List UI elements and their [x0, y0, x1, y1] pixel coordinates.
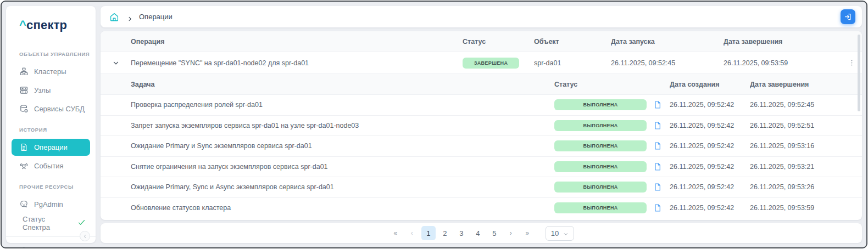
task-status-badge: ВЫПОЛНЕНА: [554, 202, 647, 213]
sidebar-item-operations[interactable]: Операции: [12, 139, 90, 156]
task-created-date: 26.11.2025, 09:52:42: [670, 142, 750, 150]
task-log-file-icon[interactable]: [653, 183, 662, 191]
pagination-next-button[interactable]: ›: [504, 226, 518, 240]
pagination-first-button[interactable]: «: [388, 226, 403, 240]
task-log-file-icon[interactable]: [653, 162, 662, 171]
sidebar-item-label: Узлы: [34, 86, 51, 94]
page-size-select[interactable]: 10: [546, 226, 574, 241]
operation-row[interactable]: Перемещение "SYNC" на spr-da01-node02 дл…: [101, 52, 862, 74]
task-log-file-icon[interactable]: [653, 203, 662, 212]
task-status-badge: ВЫПОЛНЕНА: [554, 161, 647, 172]
col-header-task-status: Статус: [554, 81, 653, 88]
sidebar-item-label: Настройки: [34, 246, 69, 248]
pagination: « ‹ 12345 › » 10: [101, 223, 862, 243]
app-logo: ^спектр: [6, 6, 96, 40]
task-row[interactable]: Обновление статусов кластера ВЫПОЛНЕНА 2…: [101, 198, 862, 219]
task-status-badge: ВЫПОЛНЕНА: [554, 99, 647, 110]
pagination-last-button[interactable]: »: [520, 226, 535, 240]
operations-icon: [19, 143, 29, 152]
check-icon: [77, 218, 86, 228]
task-name: Ожидание Primary, Sync и Async экземпляр…: [131, 183, 554, 191]
sidebar-collapse-button[interactable]: [80, 231, 90, 241]
events-icon: [19, 161, 29, 171]
section-label-history: ИСТОРИЯ: [6, 119, 96, 137]
task-row[interactable]: Проверка распределения ролей spr-da01 ВЫ…: [101, 95, 862, 116]
sidebar-item-spectr-status[interactable]: Статус Спектра: [12, 214, 90, 231]
user-icon: [19, 246, 29, 248]
sidebar-item-label: Операции: [34, 143, 68, 151]
operations-header-row: Операция Статус Объект Дата запуска Дата…: [101, 31, 862, 52]
sidebar-item-nodes[interactable]: Узлы: [12, 82, 90, 99]
task-finished-date: 26.11.2025, 09:53:21: [750, 163, 862, 171]
section-label-other-resources: ПРОЧИЕ РЕСУРСЫ: [6, 176, 96, 194]
operation-name: Перемещение "SYNC" на spr-da01-node02 дл…: [131, 59, 463, 67]
tasks-body: Проверка распределения ролей spr-da01 ВЫ…: [101, 95, 862, 218]
operation-end-date: 26.11.2025, 09:53:59: [724, 59, 841, 67]
page-size-value: 10: [551, 229, 559, 237]
breadcrumb: Операции: [101, 6, 862, 27]
operation-start-date: 26.11.2025, 09:52:45: [611, 59, 724, 67]
pagination-page-button[interactable]: 3: [454, 226, 469, 240]
chevron-down-icon[interactable]: [101, 59, 131, 67]
db-services-icon: [19, 104, 29, 114]
section-label-objects: ОБЪЕКТЫ УПРАВЛЕНИЯ: [6, 43, 96, 61]
task-finished-date: 26.11.2025, 09:53:59: [750, 204, 862, 212]
sidebar-item-db-services[interactable]: Сервисы СУБД: [12, 100, 90, 117]
task-status-badge: ВЫПОЛНЕНА: [554, 182, 647, 193]
task-status-badge: ВЫПОЛНЕНА: [554, 140, 647, 151]
home-icon[interactable]: [109, 12, 119, 22]
operations-table: Операция Статус Объект Дата запуска Дата…: [101, 31, 862, 220]
col-header-object: Объект: [534, 38, 611, 46]
task-created-date: 26.11.2025, 09:52:42: [670, 101, 750, 109]
vertical-scrollbar[interactable]: [858, 35, 860, 111]
sidebar-item-label: PgAdmin: [34, 200, 63, 208]
task-row[interactable]: Ожидание Primary и Sync экземпляров серв…: [101, 136, 862, 157]
sidebar-item-pgadmin[interactable]: PgAdmin: [12, 196, 90, 213]
col-header-operation: Операция: [131, 38, 463, 46]
pagination-page-button[interactable]: 1: [421, 226, 436, 240]
sidebar-item-label: Сервисы СУБД: [34, 105, 85, 113]
sidebar-item-settings[interactable]: Настройки: [12, 242, 90, 248]
task-name: Проверка распределения ролей spr-da01: [131, 101, 554, 109]
chevron-right-icon: [127, 14, 132, 20]
nodes-icon: [19, 86, 29, 95]
sidebar-item-clusters[interactable]: Кластеры: [12, 63, 90, 80]
clusters-icon: [19, 67, 29, 76]
breadcrumb-current: Операции: [139, 13, 173, 21]
task-status-badge: ВЫПОЛНЕНА: [554, 120, 647, 131]
task-created-date: 26.11.2025, 09:52:42: [670, 183, 750, 191]
task-name: Ожидание Primary и Sync экземпляров серв…: [131, 142, 554, 150]
pagination-prev-button[interactable]: ‹: [405, 226, 419, 240]
col-header-end-date: Дата завершения: [724, 38, 841, 46]
task-row[interactable]: Ожидание Primary, Sync и Async экземпляр…: [101, 177, 862, 198]
pagination-pages: 12345: [421, 226, 502, 240]
task-log-file-icon[interactable]: [653, 100, 662, 109]
sidebar-item-label: Статус Спектра: [23, 215, 69, 231]
pagination-page-button[interactable]: 2: [438, 226, 452, 240]
task-log-file-icon[interactable]: [653, 121, 662, 130]
operation-object: spr-da01: [534, 59, 611, 67]
logout-button[interactable]: [841, 9, 855, 24]
logo-caret: ^: [19, 18, 26, 32]
sidebar-item-label: Кластеры: [34, 67, 66, 76]
sidebar-nav: ОБЪЕКТЫ УПРАВЛЕНИЯ Кластеры Узлы Сервисы…: [6, 40, 96, 236]
task-finished-date: 26.11.2025, 09:53:26: [750, 183, 862, 191]
sidebar-item-events[interactable]: События: [12, 157, 90, 174]
task-name: Снятие ограничения на запуск экземпляров…: [131, 163, 554, 171]
task-created-date: 26.11.2025, 09:52:42: [670, 122, 750, 129]
task-finished-date: 26.11.2025, 09:52:45: [750, 101, 862, 109]
col-header-created-date: Дата создания: [670, 81, 750, 88]
task-row[interactable]: Запрет запуска экземпляров сервиса spr-d…: [101, 116, 862, 137]
task-log-file-icon[interactable]: [653, 142, 662, 150]
logo-text: спектр: [26, 18, 67, 32]
task-finished-date: 26.11.2025, 09:53:16: [750, 142, 862, 150]
main-area: Операции Операция Статус Объект Дата зап…: [101, 6, 862, 243]
operation-status-badge: ЗАВЕРШЕНА: [463, 58, 519, 69]
task-row[interactable]: Снятие ограничения на запуск экземпляров…: [101, 157, 862, 178]
task-created-date: 26.11.2025, 09:52:42: [670, 204, 750, 212]
task-created-date: 26.11.2025, 09:52:42: [670, 163, 750, 171]
pagination-page-button[interactable]: 4: [471, 226, 485, 240]
task-name: Обновление статусов кластера: [131, 204, 554, 212]
task-name: Запрет запуска экземпляров сервиса spr-d…: [131, 122, 554, 129]
pagination-page-button[interactable]: 5: [487, 226, 502, 240]
